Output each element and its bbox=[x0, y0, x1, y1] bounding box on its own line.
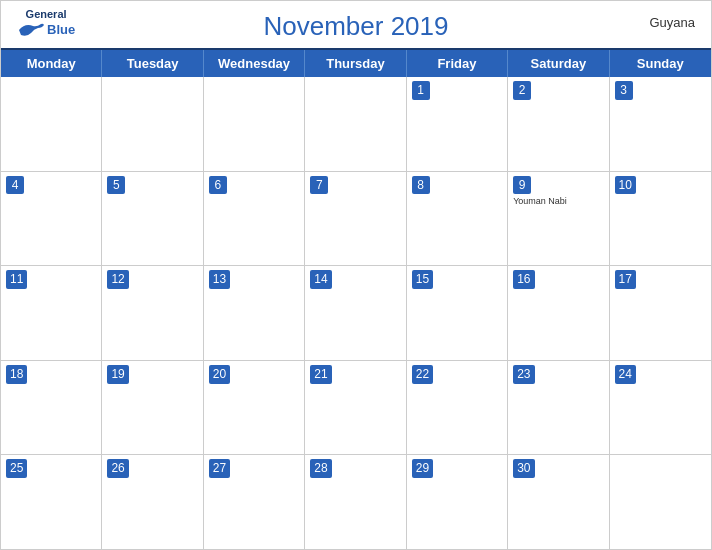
logo-general-text: General bbox=[26, 9, 67, 20]
page-title: November 2019 bbox=[264, 11, 449, 42]
day-cell: 5 bbox=[102, 172, 203, 266]
week-row-2: 456789Youman Nabi10 bbox=[1, 172, 711, 267]
day-number: 15 bbox=[412, 270, 433, 289]
header-friday: Friday bbox=[407, 50, 508, 77]
day-cell: 22 bbox=[407, 361, 508, 455]
day-number: 24 bbox=[615, 365, 636, 384]
country-label: Guyana bbox=[649, 15, 695, 30]
calendar-page: General Blue November 2019 Guyana Monday… bbox=[0, 0, 712, 550]
week-row-5: 252627282930 bbox=[1, 455, 711, 549]
day-cell: 2 bbox=[508, 77, 609, 171]
holiday-label: Youman Nabi bbox=[513, 196, 603, 207]
calendar-header: General Blue November 2019 Guyana bbox=[1, 1, 711, 48]
day-number: 7 bbox=[310, 176, 328, 195]
day-number: 30 bbox=[513, 459, 534, 478]
day-cell: 15 bbox=[407, 266, 508, 360]
day-cell bbox=[1, 77, 102, 171]
week-row-3: 11121314151617 bbox=[1, 266, 711, 361]
logo-blue-text: Blue bbox=[47, 23, 75, 36]
day-number: 2 bbox=[513, 81, 531, 100]
day-cell: 19 bbox=[102, 361, 203, 455]
day-cell: 11 bbox=[1, 266, 102, 360]
header-sunday: Sunday bbox=[610, 50, 711, 77]
header-wednesday: Wednesday bbox=[204, 50, 305, 77]
header-saturday: Saturday bbox=[508, 50, 609, 77]
day-cell: 4 bbox=[1, 172, 102, 266]
day-number: 19 bbox=[107, 365, 128, 384]
day-number: 22 bbox=[412, 365, 433, 384]
day-cell: 24 bbox=[610, 361, 711, 455]
day-cell: 6 bbox=[204, 172, 305, 266]
day-number: 29 bbox=[412, 459, 433, 478]
day-number: 27 bbox=[209, 459, 230, 478]
weeks-container: 123456789Youman Nabi10111213141516171819… bbox=[1, 77, 711, 549]
day-number: 18 bbox=[6, 365, 27, 384]
day-cell: 25 bbox=[1, 455, 102, 549]
day-number: 26 bbox=[107, 459, 128, 478]
day-cell: 30 bbox=[508, 455, 609, 549]
day-number: 8 bbox=[412, 176, 430, 195]
day-cell: 26 bbox=[102, 455, 203, 549]
day-cell: 10 bbox=[610, 172, 711, 266]
header-thursday: Thursday bbox=[305, 50, 406, 77]
day-number: 21 bbox=[310, 365, 331, 384]
day-cell bbox=[305, 77, 406, 171]
day-cell: 20 bbox=[204, 361, 305, 455]
day-number: 17 bbox=[615, 270, 636, 289]
day-cell: 1 bbox=[407, 77, 508, 171]
day-number: 23 bbox=[513, 365, 534, 384]
day-number: 28 bbox=[310, 459, 331, 478]
day-cell: 28 bbox=[305, 455, 406, 549]
logo-bird-icon bbox=[17, 21, 45, 39]
day-number: 16 bbox=[513, 270, 534, 289]
header-monday: Monday bbox=[1, 50, 102, 77]
day-cell: 23 bbox=[508, 361, 609, 455]
day-cell: 17 bbox=[610, 266, 711, 360]
day-cell: 21 bbox=[305, 361, 406, 455]
day-number: 3 bbox=[615, 81, 633, 100]
day-number: 14 bbox=[310, 270, 331, 289]
day-cell: 13 bbox=[204, 266, 305, 360]
day-cell: 7 bbox=[305, 172, 406, 266]
day-cell: 9Youman Nabi bbox=[508, 172, 609, 266]
day-number: 13 bbox=[209, 270, 230, 289]
day-cell: 8 bbox=[407, 172, 508, 266]
day-number: 4 bbox=[6, 176, 24, 195]
day-number: 1 bbox=[412, 81, 430, 100]
calendar-grid: Monday Tuesday Wednesday Thursday Friday… bbox=[1, 48, 711, 549]
day-number: 10 bbox=[615, 176, 636, 195]
logo: General Blue bbox=[17, 9, 75, 39]
day-headers-row: Monday Tuesday Wednesday Thursday Friday… bbox=[1, 50, 711, 77]
day-number: 5 bbox=[107, 176, 125, 195]
day-cell: 14 bbox=[305, 266, 406, 360]
day-number: 6 bbox=[209, 176, 227, 195]
day-cell bbox=[610, 455, 711, 549]
day-number: 25 bbox=[6, 459, 27, 478]
day-number: 12 bbox=[107, 270, 128, 289]
week-row-4: 18192021222324 bbox=[1, 361, 711, 456]
day-cell: 3 bbox=[610, 77, 711, 171]
day-cell: 16 bbox=[508, 266, 609, 360]
day-number: 11 bbox=[6, 270, 27, 289]
week-row-1: 123 bbox=[1, 77, 711, 172]
day-cell: 29 bbox=[407, 455, 508, 549]
day-number: 20 bbox=[209, 365, 230, 384]
day-number: 9 bbox=[513, 176, 531, 195]
day-cell: 27 bbox=[204, 455, 305, 549]
day-cell: 12 bbox=[102, 266, 203, 360]
day-cell bbox=[204, 77, 305, 171]
day-cell bbox=[102, 77, 203, 171]
day-cell: 18 bbox=[1, 361, 102, 455]
header-tuesday: Tuesday bbox=[102, 50, 203, 77]
